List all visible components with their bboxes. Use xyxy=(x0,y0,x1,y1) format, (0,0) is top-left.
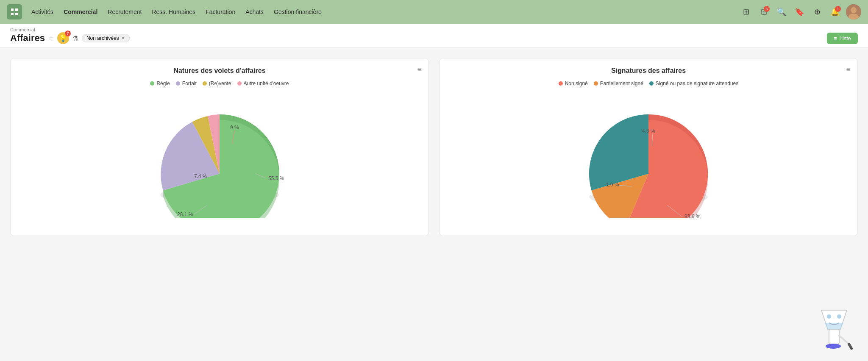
page-title: Affaires xyxy=(10,33,45,44)
chart2-svg: 93.6 % 1.9 % 4.6 % xyxy=(568,95,729,218)
legend-autre: Autre unité d'oeuvre xyxy=(237,81,289,86)
legend-dot-autre xyxy=(237,81,242,86)
svg-rect-3 xyxy=(15,13,18,15)
nav-item-ress-humaines[interactable]: Ress. Humaines xyxy=(147,6,200,18)
chart-natures: ≡ Natures des volets d'affaires Régie Fo… xyxy=(10,58,429,236)
filter-tag-non-archivees[interactable]: Non archivées ✕ xyxy=(82,34,130,42)
nav-item-achats[interactable]: Achats xyxy=(241,6,268,18)
filter-badge: 6 xyxy=(764,6,770,12)
tips-button[interactable]: 💡 7 xyxy=(57,32,69,44)
chart1-legend: Régie Forfait (Re)vente Autre unité d'oe… xyxy=(19,81,420,86)
list-button-label: Liste xyxy=(840,35,851,42)
nav-item-commercial[interactable]: Commercial xyxy=(59,6,102,18)
legend-label-revente: (Re)vente xyxy=(209,81,231,86)
filter-with-number-icon[interactable]: ⊟ 6 xyxy=(757,5,771,19)
legend-label-partiellement-signe: Partiellement signé xyxy=(600,81,643,86)
legend-label-forfait: Forfait xyxy=(182,81,197,86)
bookmark-icon[interactable]: 🔖 xyxy=(793,5,806,19)
navbar: Activités Commercial Recrutement Ress. H… xyxy=(0,0,868,24)
svg-rect-0 xyxy=(11,8,14,11)
nav-item-gestion-financiere[interactable]: Gestion financière xyxy=(270,6,326,18)
chart2-title: Signatures des affaires xyxy=(448,67,849,75)
legend-signe: Signé ou pas de signature attendues xyxy=(649,81,738,86)
chart1-svg: 55.5 % 28.1 % 7.4 % 9 % xyxy=(139,95,300,218)
chart2-area: 93.6 % 1.9 % 4.6 % xyxy=(448,93,849,220)
chart1-area: 55.5 % 28.1 % 7.4 % 9 % xyxy=(19,93,420,220)
filter-tag-remove-icon[interactable]: ✕ xyxy=(121,35,125,41)
chart2-label-non-signe: 93.6 % xyxy=(684,214,701,218)
legend-dot-signe xyxy=(649,81,654,86)
chart1-title: Natures des volets d'affaires xyxy=(19,67,420,75)
notification-icon[interactable]: 🔔 1 xyxy=(828,5,842,19)
legend-regie: Régie xyxy=(150,81,170,86)
nav-item-activites[interactable]: Activités xyxy=(27,6,58,18)
chart-signatures: ≡ Signatures des affaires Non signé Part… xyxy=(439,58,858,236)
legend-dot-revente xyxy=(203,81,207,86)
chart1-label-autre: 9 % xyxy=(230,125,239,131)
list-view-button[interactable]: ≡ Liste xyxy=(827,33,858,44)
legend-dot-forfait xyxy=(176,81,180,86)
user-avatar[interactable] xyxy=(846,4,861,19)
list-icon: ≡ xyxy=(834,35,837,42)
chart2-label-signe: 4.6 % xyxy=(642,128,655,134)
filter-tag-label: Non archivées xyxy=(86,35,119,41)
nav-item-recrutement[interactable]: Recrutement xyxy=(103,6,146,18)
pie-chart1 xyxy=(161,114,279,218)
notification-badge: 1 xyxy=(835,6,841,12)
chart1-label-regie: 55.5 % xyxy=(268,175,284,181)
chart1-menu-icon[interactable]: ≡ xyxy=(417,65,422,74)
svg-point-5 xyxy=(851,7,857,13)
chart2-legend: Non signé Partiellement signé Signé ou p… xyxy=(448,81,849,86)
svg-rect-1 xyxy=(15,8,18,11)
search-icon[interactable]: 🔍 xyxy=(775,5,788,19)
legend-label-regie: Régie xyxy=(156,81,170,86)
grid-icon[interactable] xyxy=(7,4,22,19)
legend-dot-partiellement-signe xyxy=(594,81,598,86)
legend-label-non-signe: Non signé xyxy=(565,81,588,86)
add-icon[interactable]: ⊕ xyxy=(810,5,824,19)
legend-label-autre: Autre unité d'oeuvre xyxy=(244,81,289,86)
svg-rect-2 xyxy=(11,13,14,15)
legend-partiellement-signe: Partiellement signé xyxy=(594,81,643,86)
nav-item-facturation[interactable]: Facturation xyxy=(201,6,239,18)
chart2-menu-icon[interactable]: ≡ xyxy=(846,65,851,74)
legend-non-signe: Non signé xyxy=(559,81,588,86)
legend-dot-non-signe xyxy=(559,81,563,86)
chart2-label-partiellement: 1.9 % xyxy=(606,182,619,188)
page-header: Commercial Affaires ☆ 💡 7 ⚗ Non archivée… xyxy=(0,24,868,48)
legend-revente: (Re)vente xyxy=(203,81,231,86)
chart1-label-forfait: 28.1 % xyxy=(177,211,193,217)
calculator-icon[interactable]: ⊞ xyxy=(739,5,753,19)
legend-dot-regie xyxy=(150,81,154,86)
main-content: ≡ Natures des volets d'affaires Régie Fo… xyxy=(0,48,868,246)
favorite-star-icon[interactable]: ☆ xyxy=(48,35,54,42)
nav-right: ⊞ ⊟ 6 🔍 🔖 ⊕ 🔔 1 xyxy=(739,4,861,19)
filter-icon[interactable]: ⚗ xyxy=(72,34,78,42)
tips-badge: 7 xyxy=(65,31,71,36)
legend-forfait: Forfait xyxy=(176,81,197,86)
legend-label-signe: Signé ou pas de signature attendues xyxy=(656,81,738,86)
